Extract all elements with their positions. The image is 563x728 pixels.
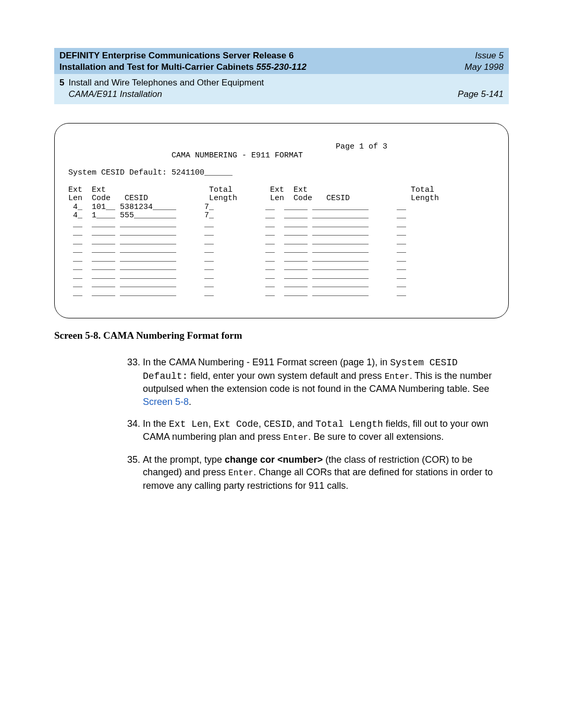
step-34: In the Ext Len, Ext Code, CESID, and Tot…	[143, 417, 509, 444]
header-title-block: DEFINITY Enterprise Communications Serve…	[59, 50, 307, 73]
doc-title-line1: DEFINITY Enterprise Communications Serve…	[59, 50, 307, 61]
step-34-field-4: Total Length	[315, 419, 383, 429]
issue-date: May 1998	[464, 61, 504, 73]
step-34-field-3: CESID	[264, 419, 292, 429]
step-35-cmd: change cor	[225, 454, 275, 465]
screen-caption: Screen 5-8. CAMA Numbering Format form	[54, 330, 509, 341]
chapter-block: 5 Install and Wire Telephones and Other …	[59, 77, 264, 100]
section-title: CAMA/E911 Installation	[68, 89, 264, 100]
chapter-lines: Install and Wire Telephones and Other Eq…	[68, 77, 264, 100]
doc-number: 555-230-112	[256, 62, 307, 72]
step-33-text-f: .	[189, 397, 191, 407]
step-33-text-a: In the CAMA Numbering - E911 Format scre…	[143, 357, 390, 367]
page-number: Page 5-141	[458, 89, 504, 100]
step-34-enter-key: Enter	[283, 433, 308, 442]
header-row-1: DEFINITY Enterprise Communications Serve…	[54, 48, 509, 74]
step-35-arg: <number>	[275, 454, 323, 465]
terminal-screen-box: Page 1 of 3 CAMA NUMBERING - E911 FORMAT…	[54, 123, 509, 318]
step-34-text-d: , and	[292, 418, 315, 429]
step-33-text-c: field, enter your own system default and…	[188, 371, 384, 381]
step-34-text-b: ,	[209, 418, 214, 429]
step-34-field-1: Ext Len	[169, 419, 209, 429]
doc-title-line2: Installation and Test for Multi-Carrier …	[59, 61, 307, 73]
step-35-enter-key: Enter	[228, 468, 253, 478]
doc-title-line2-text: Installation and Test for Multi-Carrier …	[59, 62, 256, 72]
step-35-command: change cor <number>	[225, 454, 323, 465]
issue-label: Issue 5	[464, 50, 504, 61]
instruction-list: In the CAMA Numbering - E911 Format scre…	[54, 356, 509, 492]
step-34-text-f: . Be sure to cover all extensions.	[308, 431, 444, 442]
chapter-title: Install and Wire Telephones and Other Eq…	[68, 77, 264, 89]
step-34-field-2: Ext Code	[214, 419, 259, 429]
screen-reference-link[interactable]: Screen 5-8	[143, 397, 189, 407]
step-34-text-c: ,	[259, 418, 264, 429]
terminal-screen-content: Page 1 of 3 CAMA NUMBERING - E911 FORMAT…	[68, 143, 495, 298]
step-35-text-a: At the prompt, type	[143, 454, 225, 465]
step-33: In the CAMA Numbering - E911 Format scre…	[143, 356, 509, 408]
step-33-enter-key: Enter	[385, 372, 410, 381]
step-34-text-a: In the	[143, 418, 169, 429]
document-page: DEFINITY Enterprise Communications Serve…	[0, 0, 563, 728]
header-issue-block: Issue 5 May 1998	[464, 50, 504, 73]
step-35: At the prompt, type change cor <number> …	[143, 453, 509, 492]
page-header: DEFINITY Enterprise Communications Serve…	[54, 48, 509, 104]
header-row-2: 5 Install and Wire Telephones and Other …	[54, 74, 509, 104]
chapter-number: 5	[59, 77, 64, 89]
